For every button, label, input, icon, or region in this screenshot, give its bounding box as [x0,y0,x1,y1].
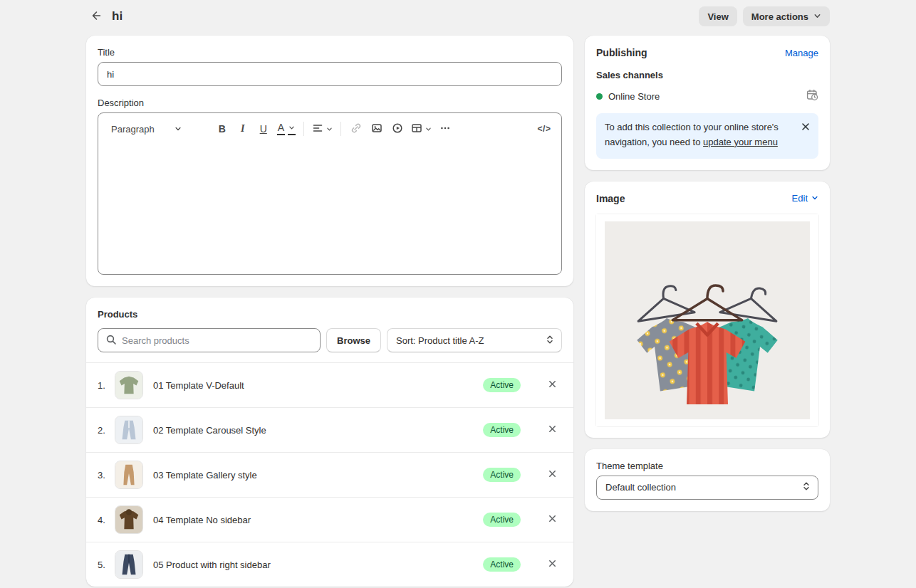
channel-status-dot [596,93,603,100]
insert-link-button[interactable] [346,119,366,139]
view-button-label: View [707,11,728,22]
description-editor-frame: Paragraph B I U A [98,112,562,275]
text-color-button[interactable]: A [274,119,298,139]
status-badge: Active [483,378,521,392]
remove-product-button[interactable] [542,375,562,395]
toolbar-divider [303,122,304,136]
rich-text-toolbar: Paragraph B I U A [98,113,561,142]
remove-product-button[interactable] [542,555,562,574]
italic-icon: I [241,123,244,135]
close-icon [548,559,557,570]
select-stepper-icon [546,335,554,347]
italic-button[interactable]: I [233,119,253,139]
browse-button-label: Browse [337,335,370,346]
link-icon [350,122,362,136]
product-thumbnail [115,416,143,444]
products-card: Products Browse Sort: Product title A-Z [86,298,573,587]
channel-row: Online Store [596,89,818,103]
insert-video-button[interactable] [387,119,407,139]
product-row: 4. 04 Template No sidebar Active [86,497,573,542]
browse-button[interactable]: Browse [326,328,381,352]
remove-product-button[interactable] [542,465,562,485]
remove-product-button[interactable] [542,420,562,440]
search-products-input[interactable] [122,335,313,346]
underline-button[interactable]: U [254,119,274,139]
bold-button[interactable]: B [212,119,232,139]
product-thumbnail [115,371,143,399]
image-card: Image Edit [585,182,830,438]
status-badge: Active [483,557,521,572]
chevron-down-icon [813,11,821,22]
text-alignment-icon [312,122,323,136]
close-icon [801,122,811,134]
edit-image-label: Edit [792,193,808,204]
product-thumbnail [115,505,143,534]
close-icon [548,469,557,481]
product-thumbnail [115,550,143,579]
product-row: 1. 01 Template V-Default Active [86,362,573,407]
update-your-menu-link[interactable]: update your menu [703,137,778,147]
insert-image-button[interactable] [367,119,387,139]
product-index: 4. [98,515,113,525]
product-list: 1. 01 Template V-Default Active 2. 0 [86,362,573,587]
more-actions-button[interactable]: More actions [743,6,830,26]
product-name: 03 Template Gallery style [153,470,257,481]
paragraph-style-dropdown[interactable]: Paragraph [105,119,204,139]
products-heading: Products [98,309,562,320]
title-input[interactable] [98,62,562,86]
sort-select-value: Sort: Product title A-Z [396,335,484,346]
description-editor[interactable] [98,142,561,274]
collection-image[interactable] [596,214,818,426]
paragraph-style-label: Paragraph [111,124,155,135]
code-icon: </> [538,124,551,134]
publishing-heading: Publishing [596,47,647,58]
status-badge: Active [483,513,521,527]
toolbar-divider [340,122,341,136]
theme-template-card: Theme template Default collection [585,449,830,511]
product-index: 1. [98,380,113,391]
description-label: Description [98,98,562,108]
theme-template-select[interactable]: Default collection [596,476,818,500]
product-name: 04 Template No sidebar [153,515,251,525]
remove-product-button[interactable] [542,510,562,530]
banner-close-button[interactable] [797,119,814,136]
chevron-down-icon [288,122,296,135]
show-html-button[interactable]: </> [534,119,554,139]
close-icon [548,514,557,525]
text-color-icon: A [277,122,285,135]
status-badge: Active [483,468,521,482]
title-label: Title [98,47,562,58]
product-row: 2. 02 Template Carousel Style Active [86,407,573,452]
insert-table-button[interactable] [408,119,434,139]
channel-name: Online Store [608,91,660,102]
product-index: 5. [98,560,113,570]
product-row: 3. 03 Template Gallery style Active [86,452,573,497]
bold-icon: B [219,123,226,135]
text-alignment-button[interactable] [309,119,335,139]
sales-channels-heading: Sales channels [596,70,818,80]
view-button[interactable]: View [699,6,737,26]
title-card: Title Description Paragraph B I U A [86,36,573,286]
product-search-field [98,328,321,352]
table-icon [411,122,422,136]
image-icon [371,122,382,136]
product-index: 3. [98,470,113,481]
more-formatting-button[interactable] [435,119,455,139]
product-name: 01 Template V-Default [153,380,244,391]
product-index: 2. [98,425,113,436]
product-name: 05 Product with right sidebar [153,560,271,570]
product-row: 5. 05 Product with right sidebar Active [86,542,573,587]
back-button[interactable] [86,6,106,26]
product-thumbnail [115,461,143,489]
search-icon [105,334,117,347]
sort-select[interactable]: Sort: Product title A-Z [387,328,562,352]
manage-publishing-link[interactable]: Manage [785,48,818,58]
chevron-down-icon [326,123,333,135]
play-circle-icon [392,122,403,136]
publishing-card: Publishing Manage Sales channels Online … [585,36,830,170]
status-badge: Active [483,423,521,437]
theme-template-value: Default collection [605,482,676,493]
theme-template-label: Theme template [596,461,818,471]
chevron-down-icon [811,193,818,204]
edit-image-dropdown[interactable]: Edit [792,193,818,204]
